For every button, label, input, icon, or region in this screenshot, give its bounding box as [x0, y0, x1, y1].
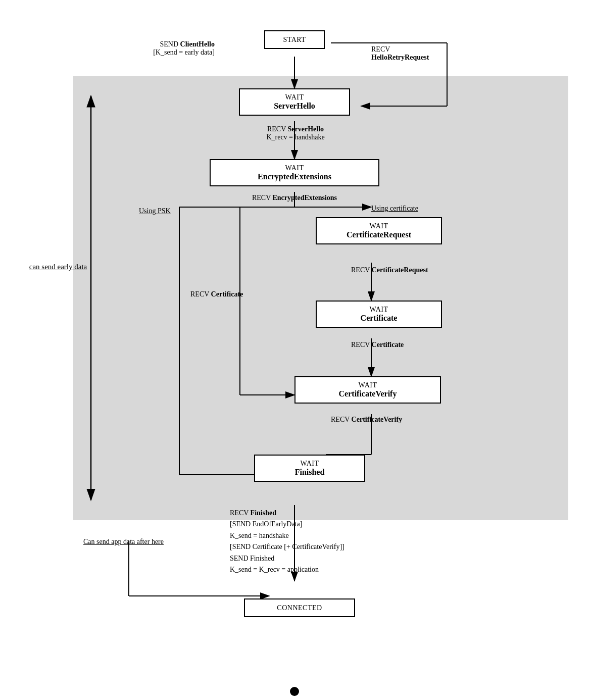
state-wait-ee: WAIT EncryptedExtensions — [210, 159, 379, 186]
diagram-container: START SEND ClientHello [K_send = early d… — [18, 15, 573, 682]
state-wait-finished: WAIT Finished — [254, 455, 365, 482]
annotation-send-client-hello: SEND ClientHello [K_send = early data] — [114, 40, 215, 57]
label-can-send-early-data: can send early data — [18, 263, 98, 271]
gray-background — [73, 76, 568, 520]
state-wait-cert: WAIT Certificate — [316, 301, 442, 328]
annotation-recv-cert-verify: RECV CertificateVerify — [331, 416, 402, 424]
terminal-dot — [290, 687, 299, 696]
annotation-using-psk: Using PSK — [139, 207, 171, 215]
annotation-recv-hrr: RECV HelloRetryRequest — [371, 45, 472, 62]
annotation-recv-cert-req: RECV CertificateRequest — [351, 266, 428, 274]
annotation-recv-cert-left: RECV Certificate — [190, 290, 243, 298]
annotation-can-send-app-data: Can send app data after here — [83, 538, 164, 546]
state-connected: CONNECTED — [244, 598, 355, 617]
annotation-post-finished: RECV Finished [SEND EndOfEarlyData] K_se… — [230, 508, 344, 575]
state-wait-server-hello: WAIT ServerHello — [239, 88, 350, 116]
state-wait-cert-req: WAIT CertificateRequest — [316, 217, 442, 244]
annotation-recv-cert-right: RECV Certificate — [351, 341, 404, 349]
annotation-using-cert: Using certificate — [371, 205, 418, 213]
annotation-recv-ee: RECV EncryptedExtensions — [210, 194, 379, 202]
state-start: START — [264, 30, 325, 49]
state-wait-cert-verify: WAIT CertificateVerify — [294, 376, 441, 404]
annotation-recv-server-hello: RECV ServerHello K_recv = handshake — [230, 125, 361, 141]
